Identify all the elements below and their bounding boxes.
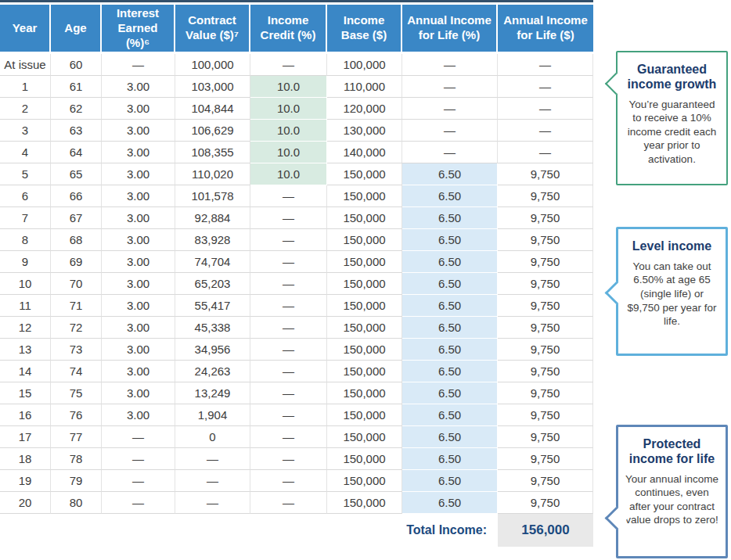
column-header-0: Year <box>0 5 51 54</box>
table-cell: 9,750 <box>498 470 593 492</box>
table-cell: 6.50 <box>402 207 498 229</box>
table-cell: 9,750 <box>498 185 593 207</box>
callout-protected-income-for-life: Protected income for life Your annual in… <box>616 425 728 558</box>
table-cell: — <box>102 426 175 448</box>
table-cell: 3.00 <box>102 142 175 163</box>
table-cell: 101,578 <box>175 185 250 207</box>
table-cell: — <box>498 76 593 98</box>
table-cell: 9,750 <box>498 492 593 514</box>
table-cell: 8 <box>0 229 51 251</box>
table-cell: 69 <box>51 251 102 273</box>
table-cell: — <box>250 339 327 361</box>
table-cell: — <box>175 470 250 492</box>
table-cell: 150,000 <box>327 470 402 492</box>
table-cell: — <box>250 295 327 317</box>
table-cell: 150,000 <box>327 361 402 382</box>
table-top-rule <box>0 0 593 2</box>
table-cell: 150,000 <box>327 382 402 404</box>
table-cell: 9,750 <box>498 404 593 426</box>
table-row: 6663.00101,578—150,0006.509,750 <box>0 185 593 207</box>
table-cell: 10.0 <box>250 120 327 142</box>
callout-title: Guaranteed income growth <box>624 63 720 92</box>
table-cell: 6.50 <box>402 185 498 207</box>
table-cell: — <box>402 76 498 98</box>
table-cell: 61 <box>51 76 102 98</box>
table-row: At issue60—100,000—100,000—— <box>0 54 593 76</box>
table-cell: — <box>250 273 327 295</box>
table-cell: 34,956 <box>175 339 250 361</box>
table-cell: 77 <box>51 426 102 448</box>
column-header-4: Income Credit (%) <box>250 5 327 54</box>
table-cell: 150,000 <box>327 426 402 448</box>
table-cell: 3.00 <box>102 229 175 251</box>
table-cell: — <box>250 492 327 514</box>
table-cell: 92,884 <box>175 207 250 229</box>
table-cell: 13 <box>0 339 51 361</box>
table-cell: 9,750 <box>498 317 593 339</box>
table-cell: 74,704 <box>175 251 250 273</box>
table-cell: 11 <box>0 295 51 317</box>
table-cell: 1 <box>0 76 51 98</box>
table-cell: 17 <box>0 426 51 448</box>
table-cell: 3.00 <box>102 317 175 339</box>
table-cell: 3.00 <box>102 273 175 295</box>
table-cell: 6.50 <box>402 426 498 448</box>
table-row: 2080———150,0006.509,750 <box>0 492 593 514</box>
table-cell: 1,904 <box>175 404 250 426</box>
table-cell: 73 <box>51 339 102 361</box>
table-cell: 9,750 <box>498 361 593 382</box>
table-row: 11713.0055,417—150,0006.509,750 <box>0 295 593 317</box>
table-cell: 12 <box>0 317 51 339</box>
table-cell: 150,000 <box>327 404 402 426</box>
callout-level-income: Level income You can take out 6.50% at a… <box>616 227 728 356</box>
table-cell: At issue <box>0 54 51 76</box>
table-cell: — <box>250 185 327 207</box>
table-cell: — <box>250 207 327 229</box>
table-cell: 3 <box>0 120 51 142</box>
table-cell: 6.50 <box>402 404 498 426</box>
table-cell: 7 <box>0 207 51 229</box>
table-cell: 9,750 <box>498 207 593 229</box>
table-cell: 78 <box>51 448 102 470</box>
table-cell: — <box>175 492 250 514</box>
table-cell: 6.50 <box>402 448 498 470</box>
table-row: 1878———150,0006.509,750 <box>0 448 593 470</box>
table-cell: 24,263 <box>175 361 250 382</box>
table-cell: 6.50 <box>402 361 498 382</box>
table-cell: 16 <box>0 404 51 426</box>
table-cell: — <box>250 470 327 492</box>
table-cell: 150,000 <box>327 185 402 207</box>
total-row: Total Income: 156,000 <box>0 514 593 547</box>
table-cell: 150,000 <box>327 339 402 361</box>
table-cell: — <box>250 448 327 470</box>
table-cell: 150,000 <box>327 207 402 229</box>
income-table-grid: YearAgeInterest Earned (%)⁶Contract Valu… <box>0 5 593 514</box>
table-cell: 120,000 <box>327 98 402 120</box>
total-income-value: 156,000 <box>498 514 593 547</box>
table-cell: 130,000 <box>327 120 402 142</box>
table-cell: — <box>250 404 327 426</box>
table-cell: — <box>250 54 327 76</box>
table-cell: — <box>175 448 250 470</box>
table-cell: 65,203 <box>175 273 250 295</box>
table-cell: 9,750 <box>498 251 593 273</box>
table-cell: 75 <box>51 382 102 404</box>
callout-body: Your annual income continues, even after… <box>625 472 719 527</box>
table-cell: — <box>402 142 498 163</box>
table-cell: 60 <box>51 54 102 76</box>
table-cell: 13,249 <box>175 382 250 404</box>
table-cell: 150,000 <box>327 492 402 514</box>
table-cell: 6.50 <box>402 339 498 361</box>
column-header-1: Age <box>51 5 102 54</box>
table-cell: 3.00 <box>102 404 175 426</box>
table-cell: — <box>498 142 593 163</box>
table-cell: — <box>250 251 327 273</box>
table-cell: 66 <box>51 185 102 207</box>
table-cell: 108,355 <box>175 142 250 163</box>
table-cell: 5 <box>0 163 51 185</box>
table-cell: 45,338 <box>175 317 250 339</box>
income-table: YearAgeInterest Earned (%)⁶Contract Valu… <box>0 0 593 547</box>
table-row: 5653.00110,02010.0150,0006.509,750 <box>0 163 593 185</box>
column-header-3: Contract Value ($)⁷ <box>175 5 250 54</box>
table-cell: 10 <box>0 273 51 295</box>
